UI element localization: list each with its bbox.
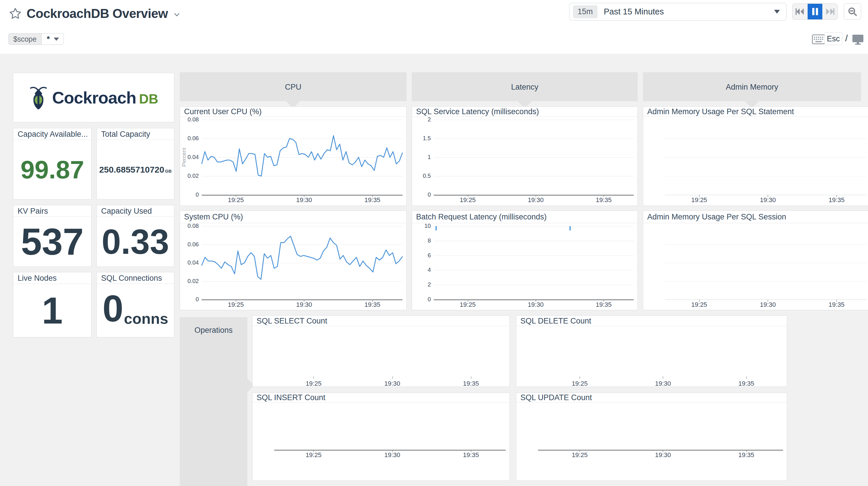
esc-key-label: Esc xyxy=(827,34,840,44)
stat-title: Total Capacity xyxy=(97,128,174,140)
x-axis-label: 19:35 xyxy=(589,301,618,309)
page-title: CockroachDB Overview xyxy=(27,6,168,21)
x-tick xyxy=(471,376,471,379)
x-axis-label: 19:30 xyxy=(521,196,550,204)
chart-admin-memory-per-sql-session[interactable]: Admin Memory Usage Per SQL Session19:251… xyxy=(643,210,868,310)
group-header-latency: Latency xyxy=(412,72,638,101)
x-axis-label: 19:35 xyxy=(457,380,486,388)
y-axis-label: 0 xyxy=(413,191,431,198)
y-axis-label: 4 xyxy=(413,266,431,273)
chart-title: SQL INSERT Count xyxy=(252,393,509,402)
x-tick xyxy=(580,376,580,379)
x-axis-label: 19:25 xyxy=(685,196,714,204)
x-axis-label: 19:35 xyxy=(822,196,851,204)
gridline xyxy=(665,245,867,245)
x-axis-label: 19:30 xyxy=(521,301,550,309)
chart-title: SQL Service Latency (milliseconds) xyxy=(412,107,638,117)
monitor-icon[interactable] xyxy=(852,34,864,45)
zoom-out-button[interactable] xyxy=(844,3,861,20)
x-axis-label: 19:35 xyxy=(822,301,851,309)
x-axis-label: 19:25 xyxy=(299,380,328,388)
line-series xyxy=(202,226,403,301)
chart-sql-service-latency[interactable]: SQL Service Latency (milliseconds)21.510… xyxy=(412,106,638,206)
y-axis-label: 0.5 xyxy=(413,173,431,179)
fast-forward-button[interactable] xyxy=(823,4,837,19)
gridline xyxy=(665,157,867,158)
time-range-picker[interactable]: 15m Past 15 Minutes xyxy=(569,3,786,21)
x-axis-label: 19:35 xyxy=(589,196,618,204)
stat-card-live-nodes: Live Nodes 1 xyxy=(13,272,92,337)
scope-filter-caret-icon xyxy=(54,37,59,41)
chart-sql-delete-count[interactable]: SQL DELETE Count19:2519:3019:35 xyxy=(516,315,787,387)
x-axis-label: 19:30 xyxy=(753,301,782,309)
x-tick xyxy=(663,376,663,379)
x-axis-label: 19:35 xyxy=(732,380,761,388)
x-axis-label: 19:25 xyxy=(685,301,714,309)
x-axis-label: 19:25 xyxy=(221,196,250,204)
rewind-button[interactable] xyxy=(793,4,808,19)
chart-sql-insert-count[interactable]: SQL INSERT Count19:2519:3019:35 xyxy=(252,393,510,481)
chart-sql-select-count[interactable]: SQL SELECT Count19:2519:3019:35 xyxy=(252,315,510,387)
group-header-cpu: CPU xyxy=(180,72,407,101)
x-axis-label: 19:30 xyxy=(378,451,407,459)
x-axis-label: 19:30 xyxy=(289,196,318,204)
x-axis-label: 19:30 xyxy=(753,196,782,204)
line-series xyxy=(434,226,634,301)
x-tick xyxy=(746,376,747,379)
x-axis-label: 19:35 xyxy=(358,301,387,309)
y-axis-label: 1.5 xyxy=(413,135,431,142)
y-axis-label: 0.08 xyxy=(182,116,199,123)
chart-system-cpu[interactable]: System CPU (%)0.080.060.040.02019:2519:3… xyxy=(180,210,407,310)
x-axis-label: 19:30 xyxy=(289,301,318,309)
y-axis-label: 1 xyxy=(413,154,431,161)
chart-title: SQL SELECT Count xyxy=(252,316,509,326)
y-axis-label: 10 xyxy=(413,223,431,229)
group-header-operations: Operations xyxy=(180,317,247,486)
y-axis-label: 2 xyxy=(413,116,431,123)
chart-title: Current User CPU (%) xyxy=(180,107,406,117)
y-axis-label: 0 xyxy=(182,191,199,198)
group-label: Operations xyxy=(180,326,247,335)
time-range-badge: 15m xyxy=(573,5,597,18)
stat-value: 0 xyxy=(102,290,123,327)
chart-current-user-cpu[interactable]: Current User CPU (%)0.080.060.040.02019:… xyxy=(180,106,407,206)
x-axis-label: 19:30 xyxy=(378,380,407,388)
gridline xyxy=(665,263,867,263)
group-label: CPU xyxy=(180,83,407,92)
stat-card-total-capacity: Total Capacity 250.6855710720 GB xyxy=(96,128,174,199)
stat-card-capacity-available: Capacity Available... 99.87 xyxy=(13,128,92,199)
chart-title: Admin Memory Usage Per SQL Session xyxy=(643,211,868,223)
stat-title: Live Nodes xyxy=(13,273,91,284)
stat-title: Capacity Available... xyxy=(13,128,91,140)
keyboard-icon[interactable] xyxy=(812,34,825,44)
stat-title: SQL Connections xyxy=(97,273,174,284)
gridline xyxy=(665,176,867,176)
y-axis-label: 0.06 xyxy=(182,241,199,248)
pause-button[interactable] xyxy=(808,4,823,19)
slash-separator: / xyxy=(845,33,848,44)
playback-controls xyxy=(792,3,838,20)
stat-unit: GB xyxy=(165,169,172,173)
x-axis-label: 19:25 xyxy=(565,451,594,459)
topbar: CockroachDB Overview 15m Past 15 Minutes xyxy=(0,0,868,54)
chart-admin-memory-per-sql-statement[interactable]: Admin Memory Usage Per SQL Statement19:2… xyxy=(643,106,868,206)
x-tick xyxy=(313,376,314,379)
group-label: Admin Memory xyxy=(643,83,861,92)
group-header-admin-memory: Admin Memory xyxy=(643,72,861,101)
star-icon[interactable] xyxy=(9,7,22,20)
esc-key[interactable]: Esc xyxy=(825,32,842,45)
gridline xyxy=(434,120,634,120)
scope-filter[interactable]: $scope * xyxy=(8,33,64,45)
chart-title: SQL UPDATE Count xyxy=(516,393,787,402)
x-axis-label: 19:35 xyxy=(358,196,387,204)
chart-batch-request-latency[interactable]: Batch Request Latency (milliseconds)1086… xyxy=(412,210,638,310)
chart-sql-update-count[interactable]: SQL UPDATE Count19:2519:3019:35 xyxy=(516,393,787,481)
scope-filter-value: * xyxy=(41,33,54,45)
gridline xyxy=(665,281,867,282)
chevron-down-icon[interactable] xyxy=(173,10,181,19)
stat-value: 537 xyxy=(21,223,84,260)
y-axis-label: 6 xyxy=(413,252,431,259)
zoom-out-icon xyxy=(847,6,858,17)
stat-value: 250.6855710720 xyxy=(99,165,164,174)
stat-card-capacity-used: Capacity Used 0.33 xyxy=(96,205,174,267)
